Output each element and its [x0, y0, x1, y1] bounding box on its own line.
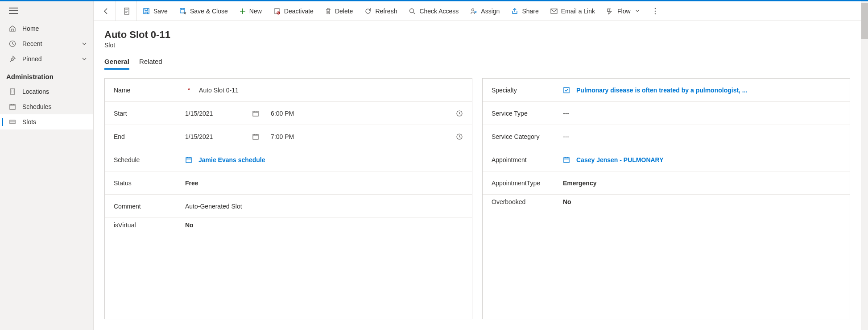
svg-rect-19 [186, 158, 191, 163]
check-access-button[interactable]: Check Access [403, 1, 464, 21]
required-indicator: * [188, 87, 190, 93]
email-link-label: Email a Link [561, 8, 595, 15]
calendar-icon [9, 103, 16, 110]
hamburger-icon[interactable] [9, 8, 18, 15]
svg-rect-1 [10, 89, 15, 94]
back-button[interactable] [96, 1, 116, 21]
clock-icon [9, 40, 16, 47]
field-service-type[interactable]: Service Type --- [483, 102, 850, 125]
end-time-value[interactable]: 7:00 PM [271, 133, 294, 140]
chevron-down-icon [82, 56, 87, 62]
refresh-button[interactable]: Refresh [359, 1, 402, 21]
field-label: Specialty [492, 87, 517, 94]
svg-point-12 [654, 8, 656, 9]
tab-related[interactable]: Related [139, 58, 162, 70]
new-button[interactable]: New [234, 1, 267, 21]
end-date-value[interactable]: 1/15/2021 [185, 133, 213, 140]
field-label: Name [114, 87, 130, 94]
flow-label: Flow [617, 8, 631, 15]
svg-rect-2 [10, 104, 15, 109]
panel-general-right: Specialty Pulmonary disease is often tre… [482, 78, 850, 319]
assign-icon [470, 8, 477, 15]
field-specialty[interactable]: Specialty Pulmonary disease is often tre… [483, 79, 850, 102]
sidebar-item-recent[interactable]: Recent [0, 36, 93, 51]
field-label: Overbooked [492, 198, 525, 205]
field-status[interactable]: Status Free [105, 171, 472, 195]
schedule-link[interactable]: Jamie Evans schedule [198, 156, 265, 163]
save-close-button[interactable]: Save & Close [174, 1, 233, 21]
overflow-menu-button[interactable] [649, 8, 662, 15]
field-end[interactable]: End 1/15/2021 7:00 PM [105, 125, 472, 148]
sidebar-item-schedules[interactable]: Schedules [0, 99, 93, 114]
sidebar: Home Recent Pinned Administration Locati… [0, 1, 94, 330]
plus-icon [240, 8, 246, 14]
email-link-button[interactable]: Email a Link [545, 1, 600, 21]
svg-point-13 [654, 10, 656, 12]
field-label: AppointmentType [492, 180, 540, 187]
clock-icon[interactable] [456, 110, 463, 117]
field-comment[interactable]: Comment Auto-Generated Slot [105, 195, 472, 218]
svg-rect-11 [551, 9, 557, 13]
refresh-label: Refresh [375, 8, 397, 15]
pin-icon [9, 55, 16, 63]
sidebar-item-slots[interactable]: Slots [0, 114, 93, 129]
record-tabs: General Related [94, 49, 861, 70]
field-isvirtual[interactable]: isVirtual No [105, 218, 472, 241]
field-schedule[interactable]: Schedule Jamie Evans schedule [105, 148, 472, 171]
trash-icon [325, 8, 331, 15]
vertical-scrollbar[interactable] [861, 1, 868, 330]
svg-rect-21 [564, 158, 569, 163]
main: Save Save & Close New Deactivate Delete … [94, 1, 861, 330]
appointment-type-value: Emergency [563, 180, 596, 187]
share-label: Share [522, 8, 538, 15]
field-appointment-type[interactable]: AppointmentType Emergency [483, 171, 850, 195]
sidebar-item-label: Locations [22, 88, 49, 95]
field-service-category[interactable]: Service Category --- [483, 125, 850, 148]
chevron-down-icon [635, 9, 640, 13]
mail-icon [550, 8, 558, 14]
start-time-value[interactable]: 6:00 PM [271, 110, 294, 117]
sidebar-section-title: Administration [0, 67, 93, 84]
calendar-icon [185, 156, 194, 163]
sidebar-item-home[interactable]: Home [0, 21, 93, 36]
field-value[interactable]: Auto Slot 0-11 [199, 87, 239, 94]
field-appointment[interactable]: Appointment Casey Jensen - PULMONARY [483, 148, 850, 171]
refresh-icon [364, 8, 372, 15]
flow-button[interactable]: Flow [601, 1, 645, 21]
calendar-icon [563, 156, 572, 163]
appointment-link[interactable]: Casey Jensen - PULMONARY [576, 156, 664, 163]
check-access-label: Check Access [419, 8, 459, 15]
clock-icon[interactable] [456, 133, 463, 140]
assign-button[interactable]: Assign [465, 1, 505, 21]
deactivate-button[interactable]: Deactivate [268, 1, 319, 21]
save-label: Save [153, 8, 168, 15]
share-button[interactable]: Share [506, 1, 544, 21]
deactivate-label: Deactivate [284, 8, 314, 15]
field-label: Appointment [492, 156, 527, 163]
service-type-value[interactable]: --- [563, 110, 569, 117]
calendar-icon[interactable] [252, 133, 259, 140]
delete-button[interactable]: Delete [320, 1, 358, 21]
service-category-value[interactable]: --- [563, 133, 569, 140]
field-name[interactable]: Name * Auto Slot 0-11 [105, 79, 472, 102]
document-icon-button[interactable] [117, 1, 136, 21]
scrollbar-thumb[interactable] [861, 3, 868, 39]
svg-point-14 [654, 13, 656, 14]
panel-general-left: Name * Auto Slot 0-11 Start 1/15/2021 [104, 78, 472, 319]
field-start[interactable]: Start 1/15/2021 6:00 PM [105, 102, 472, 125]
entity-icon [563, 87, 572, 94]
specialty-link[interactable]: Pulmonary disease is often treated by a … [576, 87, 748, 94]
field-overbooked[interactable]: Overbooked No [483, 195, 850, 218]
svg-rect-20 [564, 88, 569, 93]
sidebar-item-locations[interactable]: Locations [0, 84, 93, 99]
start-date-value[interactable]: 1/15/2021 [185, 110, 213, 117]
tab-general[interactable]: General [104, 58, 129, 70]
share-icon [511, 8, 518, 15]
new-label: New [249, 8, 262, 15]
calendar-icon[interactable] [252, 110, 259, 117]
sidebar-item-pinned[interactable]: Pinned [0, 51, 93, 67]
comment-value[interactable]: Auto-Generated Slot [185, 203, 242, 210]
app-root: Home Recent Pinned Administration Locati… [0, 1, 868, 330]
home-icon [9, 25, 16, 32]
save-button[interactable]: Save [137, 1, 173, 21]
